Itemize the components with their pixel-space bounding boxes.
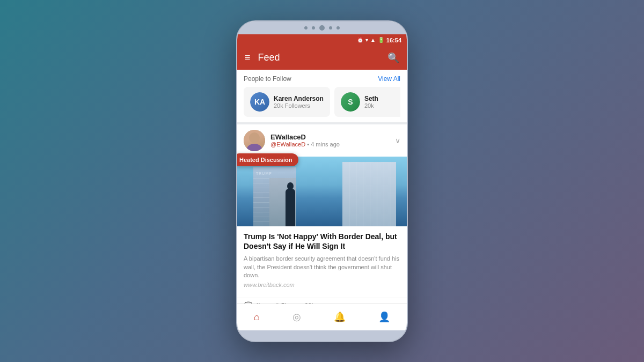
- nav-explore[interactable]: ◎: [292, 311, 301, 323]
- karen-followers: 20k Followers: [274, 102, 324, 109]
- alarm-icon: ⏰: [357, 37, 363, 43]
- comments-icon: 💬: [244, 301, 253, 303]
- bell-icon: 🔔: [334, 311, 346, 323]
- seth-name: Seth: [364, 95, 378, 102]
- karen-name: Karen Anderson: [274, 95, 324, 102]
- nav-notifications[interactable]: 🔔: [334, 311, 346, 323]
- user-icon: 👤: [378, 311, 390, 323]
- compass-icon: ◎: [292, 311, 301, 323]
- people-cards: KA Karen Anderson 20k Followers S Seth 2…: [244, 87, 400, 122]
- content-area: People to Follow View All KA Karen Ander…: [237, 70, 407, 304]
- feed-user-avatar: [244, 130, 265, 151]
- phone-top-bar: [237, 21, 407, 34]
- trump-sign: TRUMP: [256, 172, 272, 175]
- chevron-down-icon[interactable]: ∨: [395, 136, 400, 145]
- phone-dot-4: [336, 26, 340, 29]
- article-summary: A bipartisan border security agreement t…: [244, 255, 400, 279]
- app-title: Feed: [258, 52, 387, 63]
- phone-dot-3: [329, 26, 332, 29]
- heated-discussion-badge: Heated Discussion: [237, 153, 298, 166]
- building-scene: TRUMP: [237, 157, 407, 226]
- phone-bottom-bar: [237, 330, 407, 341]
- article-content: Trump Is 'Not Happy' With Border Deal, b…: [237, 226, 407, 298]
- view-all-button[interactable]: View All: [378, 75, 400, 83]
- shares-count: 5k: [281, 302, 288, 303]
- feed-avatar-face: [244, 130, 265, 151]
- search-icon[interactable]: 🔍: [387, 52, 399, 64]
- upvotes-action[interactable]: ↑ 20k: [298, 301, 314, 303]
- seth-avatar: S: [341, 92, 360, 112]
- shares-action[interactable]: ↺ 5k: [273, 301, 288, 303]
- people-header: People to Follow View All: [244, 75, 400, 83]
- battery-icon: 🔋: [378, 37, 384, 43]
- phone-dot-1: [304, 26, 308, 29]
- wifi-icon: ▾: [365, 37, 368, 43]
- phone-frame: ⏰ ▾ ▲ 🔋 16:54 ≡ Feed 🔍 People to Follow …: [236, 20, 408, 342]
- nav-profile[interactable]: 👤: [378, 311, 390, 323]
- feed-card[interactable]: Heated Discussion EWallaceD @EWall: [237, 124, 407, 304]
- comments-action[interactable]: 💬 4k: [244, 301, 262, 303]
- app-bar: ≡ Feed 🔍: [237, 46, 407, 70]
- seth-info: Seth 20k: [364, 95, 378, 109]
- seth-avatar-img: S: [341, 92, 360, 112]
- karen-info: Karen Anderson 20k Followers: [274, 95, 324, 109]
- article-source: www.breitback.com: [244, 282, 400, 288]
- feed-handle: @EWallaceD: [270, 141, 305, 147]
- person-card-karen[interactable]: KA Karen Anderson 20k Followers: [244, 87, 330, 117]
- phone-dot-2: [312, 26, 315, 29]
- home-icon: ⌂: [254, 312, 260, 323]
- karen-avatar: KA: [250, 92, 269, 112]
- phone-camera: [319, 25, 325, 31]
- bottom-nav: ⌂ ◎ 🔔 👤: [237, 304, 407, 330]
- person-silhouette: [286, 189, 295, 226]
- seth-followers: 20k: [364, 102, 378, 109]
- signal-icon: ▲: [370, 37, 376, 43]
- status-icons: ⏰ ▾ ▲ 🔋 16:54: [357, 37, 401, 43]
- status-time: 16:54: [386, 37, 401, 43]
- status-bar: ⏰ ▾ ▲ 🔋 16:54: [237, 34, 407, 46]
- nav-home[interactable]: ⌂: [254, 312, 260, 323]
- people-to-follow-section: People to Follow View All KA Karen Ander…: [237, 70, 407, 122]
- menu-icon[interactable]: ≡: [245, 52, 251, 63]
- article-image: TRUMP: [237, 157, 407, 226]
- svg-point-0: [249, 132, 260, 143]
- feed-time-ago: 4 mins ago: [311, 141, 340, 147]
- action-bar: 💬 4k ↺ 5k ↑ 20k: [237, 298, 407, 303]
- karen-avatar-img: KA: [250, 92, 269, 112]
- comments-count: 4k: [255, 302, 262, 303]
- feed-user-info: EWallaceD @EWallaceD • 4 mins ago: [270, 133, 390, 147]
- svg-point-1: [247, 144, 262, 151]
- upvotes-count: 20k: [304, 302, 314, 303]
- feed-username: EWallaceD: [270, 133, 390, 141]
- feed-handle-time: @EWallaceD • 4 mins ago: [270, 141, 390, 147]
- article-title: Trump Is 'Not Happy' With Border Deal, b…: [244, 232, 400, 252]
- share-icon: ↺: [273, 301, 279, 303]
- people-header-label: People to Follow: [244, 75, 291, 83]
- person-card-seth[interactable]: S Seth 20k: [334, 87, 400, 117]
- feed-card-header: EWallaceD @EWallaceD • 4 mins ago ∨: [237, 124, 407, 157]
- avatar-svg: [244, 130, 265, 151]
- right-building: [342, 162, 396, 226]
- upvote-icon: ↑: [298, 301, 302, 303]
